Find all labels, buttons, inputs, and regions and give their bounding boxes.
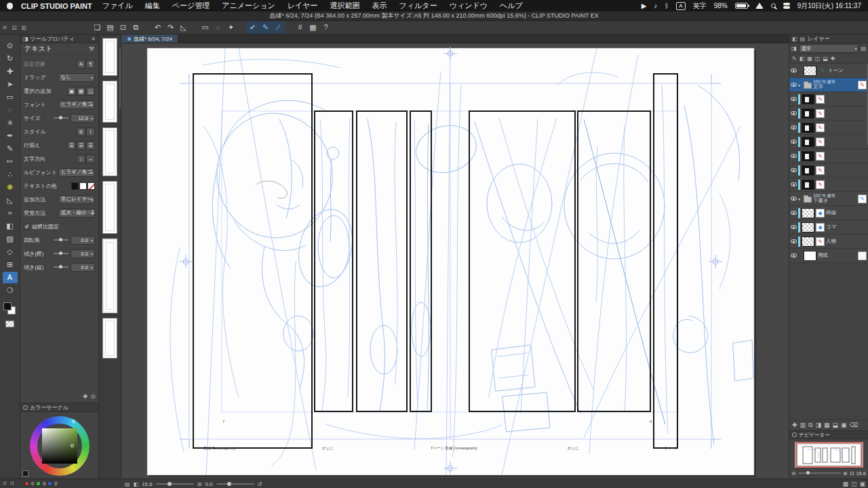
direction-vertical-button[interactable]: ↕ (77, 155, 85, 163)
selection-add-icon-3[interactable]: ◫ (86, 87, 95, 96)
menu-help[interactable]: ヘルプ (494, 1, 529, 11)
menu-view[interactable]: 表示 (366, 1, 393, 11)
apply-mask-icon[interactable]: ⬓ (833, 422, 839, 428)
folder-chevron-icon[interactable]: ▾ (798, 83, 802, 87)
layer-thumbnail[interactable] (802, 108, 814, 119)
thumbnail-scrollbar[interactable] (119, 48, 121, 109)
layer-tab-icon[interactable]: ◧ (792, 36, 797, 42)
panel-close-icon[interactable]: ✕ (91, 36, 96, 42)
layer-property-tab-icon[interactable]: ▤ (800, 36, 806, 42)
selection-add-icon-2[interactable]: ▦ (77, 87, 85, 96)
text-tool[interactable]: A (3, 272, 18, 283)
main-sub-color-swatches[interactable] (3, 302, 17, 317)
window-zoom-icon[interactable]: ⊞ (19, 24, 28, 31)
skew-v-value[interactable]: 0.0 (71, 263, 95, 272)
gradient-tool[interactable]: ▨ (3, 233, 18, 245)
window-minimize-icon[interactable]: ⊟ (9, 24, 19, 31)
blend-tool[interactable]: ≈ (3, 207, 18, 219)
layer-row[interactable]: ✎ (789, 163, 868, 178)
snap-pen-button[interactable]: ✎ (259, 21, 272, 34)
menu-selection[interactable]: 選択範囲 (324, 1, 366, 11)
menu-bar-clock[interactable]: 9月10日(火) 16:11:37 (797, 1, 861, 11)
select-area-tool[interactable]: ▭ (3, 92, 18, 103)
delete-layer-icon[interactable]: ⌫ (850, 422, 859, 428)
visibility-eye-icon[interactable] (791, 239, 797, 243)
rotation-slider[interactable] (216, 483, 254, 485)
skew-h-value[interactable]: 0.0 (71, 249, 95, 258)
save-button[interactable]: ⊡ (117, 21, 130, 34)
select-lasso-button[interactable]: ◌ (212, 21, 224, 34)
drag-select[interactable]: なし (58, 73, 95, 82)
text-color-sub-chip[interactable] (79, 182, 87, 190)
layer-thumbnail[interactable] (802, 123, 814, 133)
ruler-icon[interactable]: ◫ (815, 56, 821, 62)
visibility-eye-icon[interactable] (791, 182, 797, 186)
open-file-button[interactable]: ▤ (104, 21, 117, 34)
layer-row[interactable]: ✎ (789, 106, 868, 121)
page-thumbnail[interactable] (102, 127, 117, 176)
page-thumbnail[interactable] (102, 318, 117, 359)
layer-row[interactable]: ◆ 枠線 (789, 206, 868, 220)
visibility-eye-icon[interactable] (791, 253, 797, 258)
set-as-draft-icon[interactable]: ⬓ (823, 56, 828, 62)
align-left-button[interactable]: ☰ (67, 141, 76, 150)
layer-row[interactable]: ✎ (789, 121, 868, 135)
document-tab-active[interactable]: 血縁* 6/24, 7/24 (122, 35, 178, 43)
layer-thumbnail[interactable] (802, 237, 814, 247)
lock-layer-icon[interactable]: ✎ (792, 56, 797, 62)
skew-h-slider[interactable] (54, 253, 68, 254)
fullscreen-icon[interactable]: ▣ (859, 481, 865, 487)
panel-layout-icon[interactable]: ◫ (851, 481, 857, 487)
layer-thumbnail[interactable] (804, 66, 816, 76)
layer-row-draft-folder[interactable]: ▾ 100 % 通常 下書き ✎ (789, 192, 868, 206)
layer-row-paper[interactable]: 用紙 ❏ (789, 249, 868, 263)
fill-tool[interactable]: ◧ (3, 220, 18, 232)
rotation-value[interactable]: 0.0 (71, 236, 95, 245)
two-pane-icon[interactable]: ▣ (841, 422, 847, 428)
align-right-button[interactable]: ☰ (86, 141, 95, 150)
style-bold-button[interactable]: B (77, 127, 85, 136)
layer-row[interactable]: ✎ (789, 149, 868, 163)
menu-window[interactable]: ウィンドウ (443, 1, 494, 11)
figure-tool[interactable]: ◇ (3, 246, 18, 258)
layer-thumbnail[interactable] (802, 165, 814, 176)
new-file-button[interactable]: ❏ (91, 21, 104, 34)
color-wheel-tab-icon[interactable] (23, 405, 28, 410)
visibility-eye-icon[interactable] (791, 154, 797, 158)
direction-horizontal-button[interactable]: ↔ (86, 155, 95, 163)
layer-thumbnail[interactable] (804, 251, 816, 261)
print-button[interactable]: ⧉ (130, 21, 142, 34)
operate-tool[interactable]: ➤ (3, 79, 18, 90)
layer-row[interactable]: ◆ コマ (789, 220, 868, 235)
lock-transparent-icon[interactable]: ◧ (800, 56, 805, 62)
lasso-tool[interactable]: ◌ (3, 104, 18, 116)
folder-chevron-icon[interactable]: ▾ (798, 197, 802, 201)
app-menu-title[interactable]: CLIP STUDIO PAINT (21, 2, 92, 10)
style-italic-button[interactable]: I (86, 127, 95, 136)
rotate-reset-icon[interactable]: ↺ (258, 481, 262, 487)
volume-icon[interactable]: ♪ (654, 2, 657, 9)
mask-icon[interactable]: ▦ (807, 56, 812, 62)
layer-thumbnail[interactable] (802, 151, 814, 161)
layer-panel-title[interactable]: レイヤー (808, 35, 830, 43)
hue-cursor[interactable] (72, 420, 75, 423)
window-close-icon[interactable]: ✕ (0, 24, 9, 31)
layer-row[interactable]: ✎ 人物 (789, 235, 868, 249)
swatch-chip-icon[interactable] (9, 481, 15, 486)
visibility-eye-icon[interactable] (791, 111, 797, 115)
grid-button[interactable]: # (294, 21, 307, 34)
menu-edit[interactable]: 編集 (139, 1, 166, 11)
canvas-viewport[interactable]: 血縁 Consanguinity がょに 7ページ 血縁 Consanguini… (122, 43, 789, 479)
workspace-icon[interactable]: ▦ (842, 481, 848, 487)
ime-badge-icon[interactable]: A (676, 2, 685, 10)
aspect-lock-checkbox[interactable] (24, 224, 30, 230)
new-folder-icon[interactable]: ▥ (800, 422, 806, 428)
layer-thumbnail[interactable] (802, 180, 814, 190)
decoration-tool[interactable]: ❋ (3, 182, 18, 193)
menu-page[interactable]: ページ管理 (166, 1, 216, 11)
visibility-eye-icon[interactable] (791, 140, 797, 144)
property-zoom-icon[interactable]: ⊙ (90, 393, 96, 400)
bluetooth-icon[interactable]: ᛒ (665, 2, 669, 9)
nav-fit-icon[interactable]: ⊡ (850, 470, 854, 476)
visibility-eye-icon[interactable] (791, 197, 797, 201)
